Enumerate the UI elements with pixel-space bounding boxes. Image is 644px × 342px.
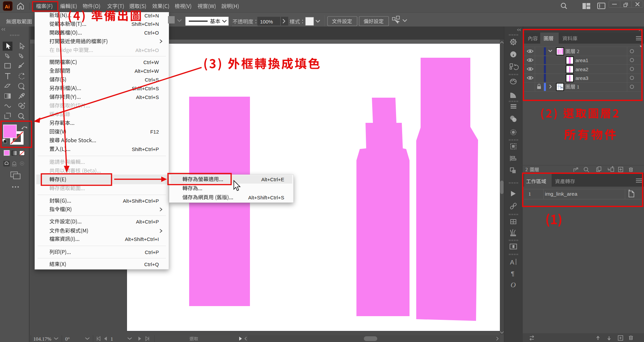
svg-text:¶: ¶ bbox=[511, 270, 514, 277]
svg-text:O: O bbox=[511, 281, 516, 289]
svg-text:A: A bbox=[510, 259, 514, 266]
svg-text:Ai: Ai bbox=[5, 4, 10, 9]
